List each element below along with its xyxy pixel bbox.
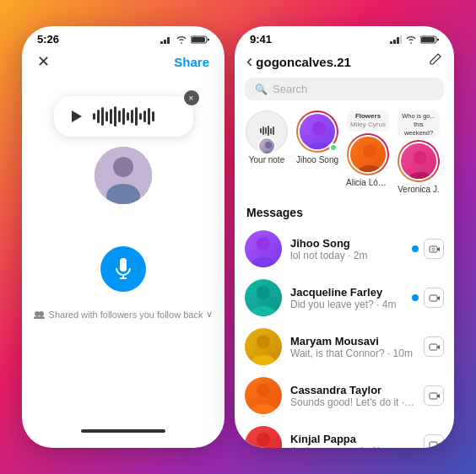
message-preview: Did you leave yet? · 4m <box>290 299 403 310</box>
message-item[interactable]: Jacqueline Farley Did you leave yet? · 4… <box>235 273 454 322</box>
svg-rect-37 <box>430 295 437 301</box>
svg-point-34 <box>432 248 435 250</box>
story-label-jihoo: Jihoo Song <box>295 155 339 164</box>
svg-rect-0 <box>160 41 163 44</box>
svg-rect-21 <box>421 37 435 42</box>
message-name: Jacqueline Farley <box>290 286 403 299</box>
svg-rect-17 <box>393 40 396 44</box>
message-info-maryam: Maryam Mousavi Wait, is that Connor? · 1… <box>290 335 415 359</box>
edit-button[interactable] <box>427 52 442 71</box>
left-header: ✕ Share <box>22 49 224 79</box>
right-time: 9:41 <box>250 33 272 46</box>
message-info-kinjal: Kinjal Pappa that's awesome! · 1h <box>290 433 415 448</box>
unread-dot <box>412 294 419 301</box>
message-info-jacqueline: Jacqueline Farley Did you leave yet? · 4… <box>290 286 403 310</box>
message-actions-cassandra <box>424 385 444 406</box>
home-indicator <box>81 429 165 433</box>
svg-rect-46 <box>430 442 437 448</box>
story-label-veronica: Veronica J. <box>397 185 441 194</box>
search-bar[interactable]: 🔍 Search <box>245 78 444 100</box>
battery-icon <box>191 35 209 44</box>
message-item[interactable]: Kinjal Pappa that's awesome! · 1h <box>235 420 454 448</box>
right-battery-icon <box>420 35 439 44</box>
unread-dot <box>412 245 419 252</box>
camera-icon <box>429 391 440 400</box>
svg-rect-18 <box>397 37 399 44</box>
camera-icon <box>429 342 440 351</box>
message-actions-maryam <box>424 337 444 357</box>
close-button[interactable]: ✕ <box>37 52 50 71</box>
share-button[interactable]: Share <box>174 55 209 69</box>
camera-icon <box>429 294 440 302</box>
svg-point-26 <box>307 143 331 151</box>
signal-icon <box>160 35 172 44</box>
followers-icon <box>34 310 46 319</box>
close-audio-button[interactable]: × <box>184 90 199 105</box>
camera-icon <box>429 440 440 448</box>
back-button[interactable]: ‹ gogoncalves.21 <box>246 52 351 71</box>
person-silhouette <box>95 147 152 204</box>
header-username: gogoncalves.21 <box>256 55 351 69</box>
wifi-icon <box>176 35 187 44</box>
svg-rect-22 <box>437 38 439 40</box>
svg-point-23 <box>265 142 272 148</box>
play-button[interactable] <box>68 107 86 126</box>
right-wifi-icon <box>405 35 417 44</box>
svg-point-36 <box>252 306 275 316</box>
message-name: Cassandra Taylor <box>290 384 415 396</box>
message-name: Maryam Mousavi <box>290 335 415 347</box>
svg-rect-2 <box>167 37 170 44</box>
right-status-bar: 9:41 <box>235 26 454 49</box>
message-actions-kinjal <box>424 434 444 448</box>
message-preview: that's awesome! · 1h <box>290 445 415 448</box>
svg-rect-43 <box>430 393 437 399</box>
svg-point-38 <box>257 335 270 348</box>
stories-row: Your note Jihoo Song <box>235 107 454 202</box>
svg-rect-4 <box>192 37 205 42</box>
svg-point-42 <box>252 404 275 414</box>
camera-button[interactable] <box>424 337 444 357</box>
svg-point-35 <box>257 286 270 299</box>
search-placeholder: Search <box>273 83 307 95</box>
pencil-icon <box>427 52 442 67</box>
shared-with-text: Shared with followers you follow back ∨ <box>25 309 222 320</box>
svg-point-27 <box>363 144 376 158</box>
svg-rect-33 <box>430 246 437 252</box>
story-item-jihoo[interactable]: Jihoo Song <box>295 110 339 194</box>
story-item-veronica[interactable]: Who is go... this weekend? Veronica <box>397 110 441 194</box>
svg-point-41 <box>257 384 270 397</box>
right-status-icons <box>390 35 439 44</box>
message-preview: lol not today · 2m <box>290 250 403 261</box>
message-item[interactable]: Maryam Mousavi Wait, is that Connor? · 1… <box>235 322 454 371</box>
svg-point-13 <box>39 311 44 316</box>
message-item[interactable]: Cassandra Taylor Sounds good! Let's do i… <box>235 371 454 420</box>
waveform <box>93 105 154 128</box>
message-actions-jihoo <box>412 239 444 259</box>
svg-rect-40 <box>430 344 437 350</box>
story-item-alicia[interactable]: Flowers Miley Cyrus Alicia López <box>346 110 390 194</box>
left-time: 5:26 <box>37 33 59 46</box>
svg-point-44 <box>257 433 270 446</box>
camera-button[interactable] <box>424 288 444 308</box>
message-avatar-jihoo <box>245 230 282 267</box>
right-phone: 9:41 <box>235 26 454 448</box>
right-signal-icon <box>390 35 402 44</box>
mic-button[interactable] <box>100 246 146 292</box>
svg-point-7 <box>113 157 133 177</box>
message-avatar-kinjal <box>245 426 282 448</box>
camera-button[interactable] <box>424 385 444 406</box>
camera-icon <box>429 245 440 253</box>
camera-button[interactable] <box>424 239 444 259</box>
left-content: × <box>22 79 224 320</box>
svg-point-29 <box>414 151 427 164</box>
svg-rect-16 <box>390 41 392 44</box>
story-item-your-note[interactable]: Your note <box>245 110 289 194</box>
left-home-indicator-area <box>22 423 224 438</box>
message-item[interactable]: Jihoo Song lol not today · 2m <box>235 224 454 273</box>
your-note-avatar <box>246 110 288 153</box>
message-avatar-cassandra <box>245 377 282 414</box>
right-header: ‹ gogoncalves.21 <box>235 49 454 78</box>
camera-button[interactable] <box>424 434 444 448</box>
message-avatar-jacqueline <box>245 279 282 316</box>
mic-icon <box>115 258 132 280</box>
